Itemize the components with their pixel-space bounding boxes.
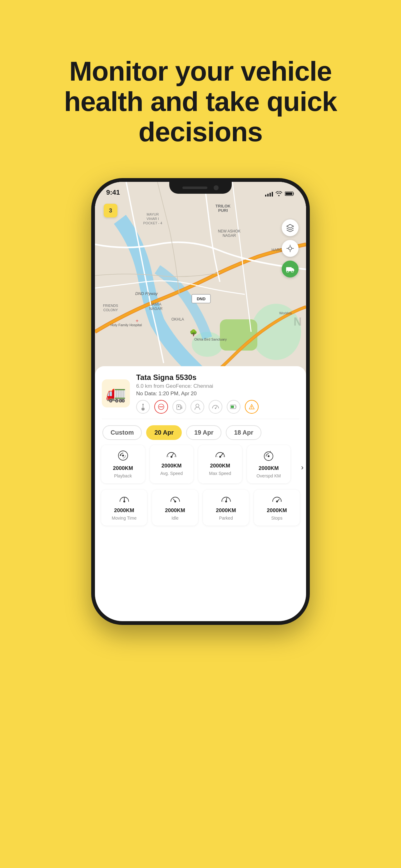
- tab-19apr[interactable]: 19 Apr: [186, 425, 222, 440]
- svg-text:N: N: [294, 315, 302, 328]
- map-shield-badge[interactable]: 3: [104, 204, 118, 217]
- warning-icon: [245, 400, 259, 414]
- svg-point-60: [123, 501, 125, 502]
- status-label: No Data:: [136, 391, 157, 397]
- stat-idle[interactable]: 2000KM Idle: [152, 490, 198, 526]
- battery-icon: [285, 191, 295, 196]
- speed-icon: [209, 400, 222, 414]
- tab-20apr[interactable]: 20 Apr: [146, 425, 182, 440]
- temp-icon: [136, 400, 150, 414]
- page-headline: Monitor your vehicle health and take qui…: [39, 56, 362, 147]
- location-button[interactable]: [282, 240, 299, 257]
- stat-avg-speed-value: 2000KM: [162, 463, 181, 469]
- svg-text:Holy Family Hospital: Holy Family Hospital: [110, 323, 142, 327]
- fuel-icon: [172, 400, 186, 414]
- svg-rect-2: [95, 182, 306, 394]
- max-speed-icon: [214, 450, 226, 461]
- driver-icon: [191, 400, 204, 414]
- svg-text:+: +: [136, 318, 138, 323]
- map-controls: [282, 219, 299, 277]
- svg-text:NAGAR: NAGAR: [149, 307, 163, 311]
- status-icons: [265, 191, 295, 196]
- stat-overspd[interactable]: 2000KM Overspd KM: [247, 445, 291, 484]
- svg-point-64: [225, 501, 227, 502]
- phone-frame: 9:41: [91, 178, 310, 625]
- stat-max-speed[interactable]: 2000KM Max Speed: [198, 445, 242, 484]
- battery-status-icon: [227, 400, 240, 414]
- svg-text:DND Flyway: DND Flyway: [135, 291, 158, 296]
- stat-stops-value: 2000KM: [267, 507, 287, 514]
- svg-point-42: [215, 408, 216, 409]
- svg-text:DND: DND: [197, 297, 205, 301]
- svg-rect-44: [231, 406, 234, 408]
- svg-text:NEW ASHOK: NEW ASHOK: [218, 229, 241, 234]
- svg-text:Okhla Bird Sanctuary: Okhla Bird Sanctuary: [194, 337, 227, 341]
- stat-overspd-label: Overspd KM: [257, 473, 281, 478]
- signal-bars: [265, 191, 273, 196]
- layers-icon: [286, 224, 294, 232]
- svg-point-30: [287, 271, 289, 273]
- truck-button[interactable]: [282, 260, 299, 277]
- stat-stops[interactable]: 2000KM Stops: [254, 490, 300, 526]
- svg-text:🌳: 🌳: [190, 329, 197, 337]
- stat-moving-time-label: Moving Time: [112, 516, 136, 521]
- wifi-icon: [275, 191, 282, 196]
- svg-text:TRILOK: TRILOK: [215, 204, 231, 208]
- svg-rect-5: [220, 319, 257, 350]
- svg-text:VIHAR I: VIHAR I: [146, 217, 159, 221]
- phone-mockup: 9:41: [91, 178, 310, 628]
- layers-button[interactable]: [282, 219, 299, 236]
- stat-playback-value: 2000KM: [113, 465, 133, 471]
- date-tabs: Custom 20 Apr 19 Apr 18 Apr: [95, 419, 306, 445]
- tab-custom[interactable]: Custom: [102, 425, 142, 440]
- signal-bar-2: [267, 194, 269, 196]
- vehicle-info: Tata Signa 5530s 6.0 km from GeoFence: C…: [136, 373, 259, 414]
- stats-row-2: 2000KM Moving Time 2000KM: [95, 490, 306, 532]
- svg-point-40: [196, 404, 199, 407]
- signal-bar-3: [269, 193, 271, 196]
- vehicle-thumbnail: 🚛: [102, 379, 130, 407]
- camera: [213, 185, 219, 190]
- stat-parked[interactable]: 2000KM Parked: [203, 490, 249, 526]
- svg-point-50: [170, 456, 172, 458]
- svg-text:PURI: PURI: [218, 208, 228, 213]
- signal-bar-1: [265, 195, 266, 196]
- vehicle-location: 6.0 km from GeoFence: Chennai: [136, 383, 259, 389]
- svg-rect-1: [286, 192, 292, 195]
- phone-notch: [169, 182, 232, 194]
- status-time: 1:20 PM, Apr 20: [157, 391, 197, 397]
- svg-point-28: [289, 247, 292, 250]
- stat-moving-time[interactable]: 2000KM Moving Time: [101, 490, 147, 526]
- svg-point-39: [181, 407, 182, 409]
- truck-icon: [286, 266, 295, 273]
- signal-bar-4: [272, 192, 273, 196]
- avg-speed-icon: [166, 450, 177, 461]
- tab-18apr[interactable]: 18 Apr: [226, 425, 261, 440]
- svg-text:JAMIA: JAMIA: [150, 302, 161, 307]
- stat-avg-speed-label: Avg. Speed: [160, 471, 183, 476]
- svg-text:COLONY: COLONY: [103, 308, 118, 312]
- svg-rect-38: [178, 406, 179, 407]
- idle-icon: [170, 495, 181, 505]
- stat-idle-value: 2000KM: [165, 507, 185, 514]
- stat-avg-speed[interactable]: 2000KM Avg. Speed: [150, 445, 194, 484]
- stat-playback[interactable]: 2000KM Playback: [101, 445, 145, 484]
- svg-point-31: [291, 271, 293, 273]
- parked-icon: [221, 495, 232, 505]
- grid-arrow[interactable]: ›: [301, 463, 304, 472]
- svg-text:NAGAR: NAGAR: [223, 234, 236, 238]
- map-area: DND TRILOK PURI MAYUR VIHAR I POCKET - 4…: [95, 182, 306, 394]
- vehicle-name: Tata Signa 5530s: [136, 373, 259, 382]
- phone-screen: 9:41: [95, 182, 306, 621]
- vehicle-card-section: 🚛 Tata Signa 5530s 6.0 km from GeoFence:…: [95, 366, 306, 414]
- no-signal-icon: [154, 400, 168, 414]
- stat-playback-label: Playback: [114, 473, 132, 478]
- stat-max-speed-value: 2000KM: [210, 463, 230, 469]
- svg-text:OKHLA: OKHLA: [171, 317, 184, 321]
- moving-time-icon: [119, 495, 130, 505]
- svg-rect-34: [143, 405, 143, 408]
- svg-text:FRIENDS: FRIENDS: [103, 304, 118, 307]
- svg-point-62: [174, 501, 176, 502]
- svg-point-67: [276, 501, 278, 502]
- svg-text:MAYUR: MAYUR: [147, 213, 159, 216]
